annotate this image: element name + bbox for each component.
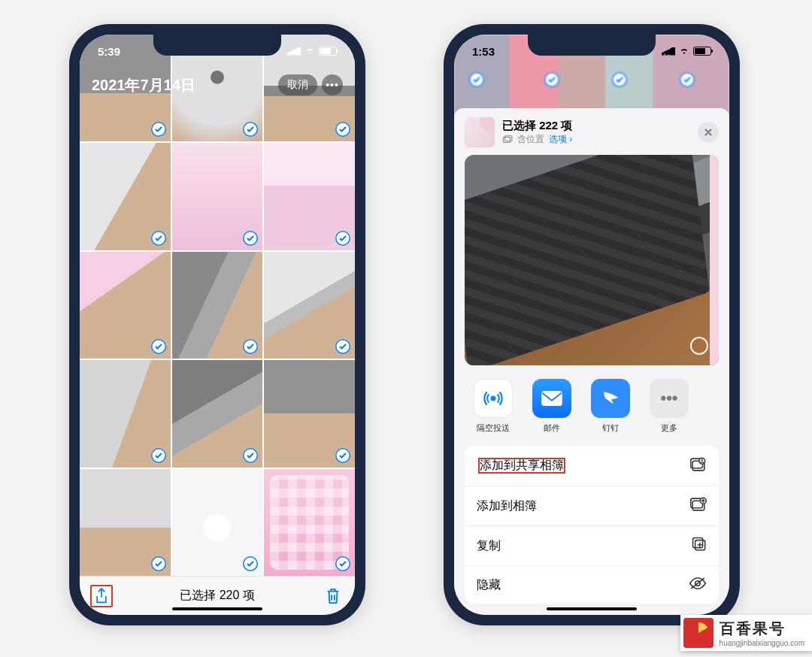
watermark-url: huangjinbaixiangguo.com bbox=[720, 639, 804, 647]
share-sheet-header: 已选择 222 项 含位置 选项 › bbox=[454, 108, 729, 155]
selected-check-icon bbox=[335, 448, 350, 463]
close-icon bbox=[704, 128, 713, 137]
photo-cell[interactable] bbox=[80, 143, 171, 250]
selected-check-icon bbox=[335, 231, 350, 246]
share-app-label: 隔空投送 bbox=[477, 422, 510, 434]
notch bbox=[528, 35, 656, 56]
action-label: 添加到共享相簿 bbox=[477, 456, 567, 475]
photo-cell[interactable] bbox=[264, 469, 355, 576]
notch bbox=[153, 35, 281, 56]
svg-point-2 bbox=[490, 395, 495, 401]
svg-rect-3 bbox=[541, 391, 562, 406]
watermark-title: 百香果号 bbox=[720, 619, 804, 639]
share-app-label: 邮件 bbox=[544, 422, 560, 434]
svg-rect-1 bbox=[505, 135, 512, 141]
action-label: 隐藏 bbox=[477, 577, 501, 593]
selected-check-icon bbox=[151, 339, 166, 354]
svg-rect-0 bbox=[503, 137, 510, 142]
svg-point-7 bbox=[701, 459, 703, 460]
share-app-dingtalk[interactable]: 钉钉 bbox=[588, 379, 633, 434]
photo-grid[interactable] bbox=[80, 35, 355, 576]
selected-check-icon bbox=[151, 122, 166, 137]
photo-cell[interactable] bbox=[172, 252, 263, 359]
action-hide[interactable]: 隐藏 bbox=[465, 566, 719, 604]
photo-stack-icon bbox=[502, 135, 513, 144]
airdrop-icon bbox=[474, 379, 513, 418]
photo-cell[interactable] bbox=[172, 469, 263, 576]
photo-cell[interactable] bbox=[80, 360, 171, 467]
phone-screen-right: 1:53 已选择 222 项 含位置 选项 › bbox=[454, 35, 729, 615]
share-sheet: 已选择 222 项 含位置 选项 › bbox=[454, 108, 729, 615]
selected-check-icon bbox=[680, 72, 695, 87]
selected-check-icon bbox=[612, 72, 627, 87]
selected-check-icon bbox=[243, 231, 258, 246]
mail-icon bbox=[532, 379, 571, 418]
copy-icon bbox=[692, 537, 707, 555]
signal-icon bbox=[662, 47, 675, 56]
signal-icon bbox=[287, 47, 301, 56]
photo-cell[interactable] bbox=[172, 143, 263, 250]
phone-screen-left: 5:39 2021年7月14日 取消 ••• 已选择 220 项 bbox=[80, 35, 355, 615]
share-app-airdrop[interactable]: 隔空投送 bbox=[471, 379, 516, 434]
more-icon: ••• bbox=[650, 379, 689, 418]
trash-icon bbox=[325, 587, 341, 605]
action-label: 添加到相簿 bbox=[477, 498, 537, 514]
share-button[interactable] bbox=[90, 585, 113, 607]
photo-cell[interactable] bbox=[264, 252, 355, 359]
sheet-location-label: 含位置 bbox=[517, 133, 544, 146]
add-album-icon bbox=[690, 497, 707, 515]
battery-icon bbox=[319, 47, 337, 56]
share-icon bbox=[94, 587, 109, 605]
status-time: 1:53 bbox=[472, 45, 495, 58]
selected-check-icon bbox=[469, 72, 484, 87]
photo-cell[interactable] bbox=[264, 360, 355, 467]
share-app-mail[interactable]: 邮件 bbox=[529, 379, 574, 434]
share-app-more[interactable]: ••• 更多 bbox=[647, 379, 692, 434]
sheet-selection-title: 已选择 222 项 bbox=[502, 119, 690, 133]
action-add-album[interactable]: 添加到相簿 bbox=[465, 486, 719, 526]
shared-album-icon bbox=[690, 457, 707, 475]
selected-check-icon bbox=[243, 448, 258, 463]
photo-cell[interactable] bbox=[80, 469, 171, 576]
wifi-icon bbox=[678, 47, 690, 56]
selection-thumbnail bbox=[465, 117, 495, 147]
photo-cell[interactable] bbox=[264, 143, 355, 250]
photo-cell[interactable] bbox=[80, 252, 171, 359]
selected-check-icon bbox=[544, 72, 559, 87]
share-app-label: 钉钉 bbox=[602, 422, 619, 434]
selected-check-icon bbox=[151, 448, 166, 463]
cancel-button[interactable]: 取消 bbox=[278, 74, 317, 95]
home-indicator[interactable] bbox=[172, 607, 262, 610]
battery-icon bbox=[693, 47, 711, 56]
selection-preview[interactable] bbox=[465, 155, 719, 365]
close-button[interactable] bbox=[698, 122, 719, 143]
photo-cell[interactable] bbox=[172, 360, 263, 467]
status-time: 5:39 bbox=[98, 45, 120, 58]
share-app-label: 更多 bbox=[661, 422, 677, 434]
sheet-options-link[interactable]: 选项 › bbox=[549, 133, 572, 146]
phone-frame-right: 1:53 已选择 222 项 含位置 选项 › bbox=[444, 24, 740, 625]
action-copy[interactable]: 复制 bbox=[465, 526, 719, 566]
hide-icon bbox=[689, 577, 707, 593]
share-app-row[interactable]: 隔空投送 邮件 钉钉 ••• 更多 bbox=[454, 365, 729, 441]
more-button[interactable]: ••• bbox=[322, 74, 343, 95]
action-add-shared-album[interactable]: 添加到共享相簿 bbox=[465, 446, 719, 486]
svg-rect-12 bbox=[693, 538, 703, 548]
selected-check-icon bbox=[335, 556, 350, 571]
selected-check-icon bbox=[151, 556, 166, 571]
date-title: 2021年7月14日 bbox=[92, 75, 278, 95]
delete-button[interactable] bbox=[322, 585, 344, 607]
selected-check-icon bbox=[151, 231, 166, 246]
dingtalk-icon bbox=[591, 379, 630, 418]
selected-count-label: 已选择 220 项 bbox=[180, 588, 255, 604]
action-label: 复制 bbox=[477, 538, 501, 554]
share-action-list: 添加到共享相簿 添加到相簿 复制 隐藏 bbox=[465, 446, 719, 604]
watermark: 百香果号 huangjinbaixiangguo.com bbox=[680, 615, 812, 651]
watermark-logo-icon bbox=[683, 618, 714, 648]
phone-frame-left: 5:39 2021年7月14日 取消 ••• 已选择 220 项 bbox=[69, 24, 365, 625]
wifi-icon bbox=[304, 47, 316, 56]
grid-header: 2021年7月14日 取消 ••• bbox=[80, 68, 355, 102]
live-photo-ring-icon bbox=[690, 337, 708, 355]
home-indicator[interactable] bbox=[547, 607, 637, 610]
